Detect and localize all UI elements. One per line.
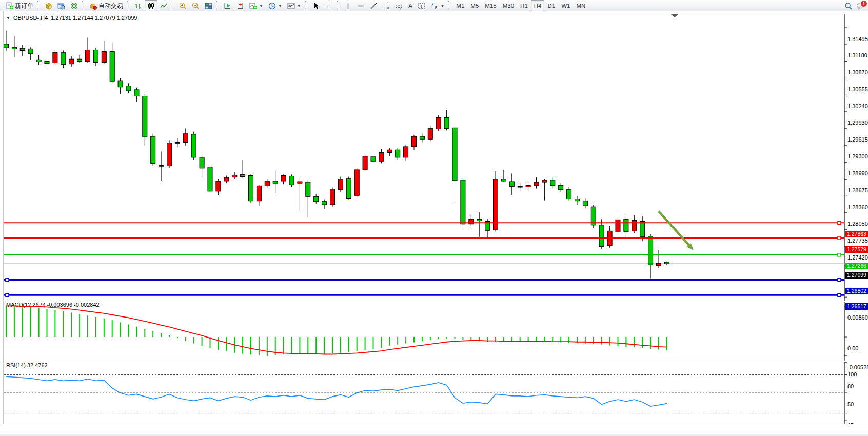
candle-bullish [632, 220, 637, 231]
notifications-button[interactable]: 1 [856, 2, 864, 10]
channel-tool-button[interactable]: E [380, 0, 393, 11]
timeframe-button-h1[interactable]: H1 [517, 0, 531, 11]
vertical-line-tool-button[interactable] [342, 0, 354, 11]
chart-shift-marker[interactable] [671, 14, 678, 17]
fibonacci-tool-button[interactable]: F [393, 0, 406, 11]
text-label-tool-button[interactable]: T [415, 0, 428, 11]
timeframe-button-m15[interactable]: M15 [482, 0, 499, 11]
toolbar-separator [172, 1, 175, 10]
market-watch-button[interactable] [42, 0, 55, 11]
candle-bullish [657, 263, 661, 265]
candle-bullish [86, 50, 90, 61]
navigator-icon [70, 2, 78, 10]
chart-shift-icon [236, 2, 244, 10]
auto-trading-button[interactable]: 自动交易 [87, 0, 126, 11]
price-tick-label: 1.29300 [847, 153, 868, 160]
toolbar-separator [448, 1, 451, 10]
chart-shift-button[interactable] [234, 0, 247, 11]
horizontal-line-icon [357, 2, 365, 10]
navigator-button[interactable] [68, 0, 81, 11]
line-handle[interactable] [838, 293, 841, 296]
trendline-tool-button[interactable] [367, 0, 380, 11]
line-handle[interactable] [838, 278, 841, 281]
candle-bearish [583, 201, 587, 206]
new-order-button[interactable]: 新订单 [3, 0, 36, 11]
candle-bearish [134, 90, 139, 96]
candle-bearish [509, 182, 514, 186]
cursor-button[interactable] [310, 0, 323, 11]
auto-scroll-button[interactable] [221, 0, 234, 11]
line-handle[interactable] [838, 253, 841, 256]
candle-bearish [28, 49, 33, 53]
candle-bullish [232, 175, 237, 177]
candle-bullish [224, 178, 229, 181]
auto-trading-icon [89, 2, 97, 10]
candle-bullish [354, 170, 359, 195]
toolbar-separator [127, 1, 130, 10]
candle-bearish [518, 186, 522, 187]
price-tick-label: 1.28675 [847, 187, 868, 194]
zoom-out-button[interactable] [189, 0, 202, 11]
timeframe-button-m5[interactable]: M5 [467, 0, 482, 11]
timeframe-button-h4[interactable]: H4 [531, 0, 545, 11]
candle-bearish [93, 50, 98, 62]
svg-text:F: F [400, 7, 402, 10]
line-handle[interactable] [6, 278, 9, 281]
vertical-line-icon [344, 2, 352, 10]
candle-bearish [550, 180, 555, 185]
periods-dropdown-button[interactable]: ▼ [266, 0, 285, 11]
crosshair-button[interactable] [323, 0, 336, 11]
timeframe-button-mn[interactable]: MN [573, 0, 588, 11]
toolbar-separator [337, 1, 340, 10]
toolbar-separator [82, 1, 85, 10]
chart-window[interactable]: ▼ GBPUSD-,H4 1.27131 1.27144 1.27079 1.2… [0, 11, 868, 436]
candle-bearish [371, 157, 376, 161]
price-line-badge: 1.27266 [845, 263, 868, 269]
bar-chart-button[interactable] [132, 0, 145, 11]
arrows-dropdown-button[interactable]: ▼ [428, 0, 447, 11]
candle-bearish [599, 225, 604, 247]
rsi-line [6, 376, 667, 406]
price-tick-label: 1.27735 [847, 237, 868, 244]
templates-dropdown-button[interactable]: ▼ [285, 0, 304, 11]
data-window-button[interactable] [55, 0, 68, 11]
line-chart-button[interactable] [157, 0, 170, 11]
candle-bearish [567, 190, 571, 199]
timeframe-button-m30[interactable]: M30 [500, 0, 517, 11]
candle-bearish [444, 117, 449, 128]
candle-bearish [175, 143, 180, 144]
candle-bearish [452, 128, 457, 181]
candle-bullish [257, 186, 261, 201]
line-handle[interactable] [6, 293, 9, 296]
rsi-axis-label: 80 [847, 383, 868, 390]
tile-windows-icon [205, 2, 212, 10]
candle-bearish [110, 52, 114, 82]
equidistant-channel-icon: E [383, 2, 390, 10]
line-handle[interactable] [838, 236, 841, 240]
search-icon[interactable] [844, 2, 852, 10]
text-tool-button[interactable]: A [406, 0, 416, 11]
candlestick-chart-button[interactable] [145, 0, 157, 11]
candle-bullish [338, 179, 343, 190]
candle-bearish [45, 61, 49, 63]
price-line-badge: 1.27863 [845, 231, 868, 237]
line-handle[interactable] [838, 221, 841, 224]
timeframe-button-m1[interactable]: M1 [453, 0, 467, 11]
horizontal-line-tool-button[interactable] [354, 0, 367, 11]
candle-bearish [61, 53, 66, 65]
timeframe-button-w1[interactable]: W1 [558, 0, 573, 11]
annotation-arrow[interactable] [659, 211, 689, 245]
zoom-in-icon [179, 2, 187, 10]
candle-bullish [404, 147, 408, 157]
candlestick-chart-icon [147, 2, 155, 10]
chart-canvas[interactable] [0, 11, 868, 436]
auto-trading-label: 自动交易 [98, 2, 123, 10]
candle-bullish [265, 181, 269, 186]
candle-bearish [501, 179, 506, 181]
timeframe-button-d1[interactable]: D1 [544, 0, 558, 11]
indicators-dropdown-button[interactable]: ▼ [247, 0, 266, 11]
tile-windows-button[interactable] [202, 0, 215, 11]
price-tick-label: 1.29615 [847, 136, 868, 143]
macd-axis-label: 0.008601 [847, 314, 868, 321]
zoom-in-button[interactable] [176, 0, 189, 11]
